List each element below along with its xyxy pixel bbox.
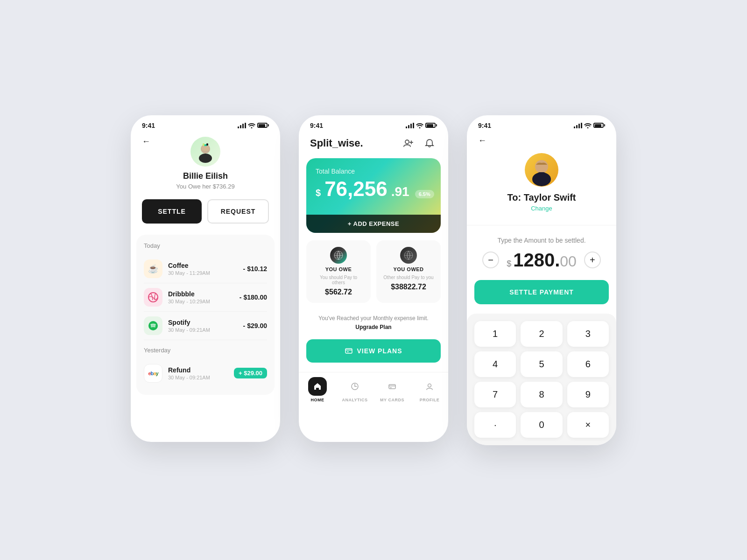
balance-badge: 6.5% xyxy=(415,190,434,198)
numpad-dot[interactable]: · xyxy=(474,412,516,438)
plans-icon xyxy=(345,347,353,355)
amount-input-row: − $ 1280.00 + xyxy=(467,250,616,280)
transaction-refund[interactable]: ebay Refund 30 May - 09:21AM + $29.00 xyxy=(144,359,267,387)
back-button-3[interactable]: ← xyxy=(478,136,486,146)
tx-coffee-name: Coffee xyxy=(168,262,243,269)
avatar-billie xyxy=(190,137,220,167)
svg-point-7 xyxy=(148,321,158,330)
you-owed-card: YOU OWED Other should Pay to you $38822.… xyxy=(376,240,441,303)
phones-container: 9:41 ← xyxy=(131,87,616,473)
phone2: 9:41 Split_wise. xyxy=(299,115,448,442)
divider-1 xyxy=(467,225,616,225)
svg-rect-14 xyxy=(389,385,395,389)
amount-prompt: Type the Amount to be settled. xyxy=(467,229,616,250)
tx-refund-date: 30 May - 09:21AM xyxy=(168,375,234,380)
numpad-9[interactable]: 9 xyxy=(567,382,609,407)
transactions-section: Today ☕ Coffee 30 May - 11:29AM - $10.12 xyxy=(136,235,275,395)
header-action-icons xyxy=(401,136,437,151)
numpad-delete[interactable]: × xyxy=(567,412,609,438)
increment-button[interactable]: + xyxy=(584,252,601,268)
you-owed-amount: $38822.72 xyxy=(391,283,426,291)
balance-amount-row: $ 76,256 .91 6.5% xyxy=(316,179,431,199)
person-name: Billie Eilish xyxy=(183,171,228,181)
phone1-header: ← Billie Eilish You Owe her $736.29 xyxy=(131,132,280,199)
svg-rect-5 xyxy=(206,143,208,146)
nav-profile[interactable]: PROFILE xyxy=(411,377,448,402)
home-icon xyxy=(308,377,327,396)
nav-analytics[interactable]: ANALYTICS xyxy=(336,377,374,402)
app-title: Split_wise. xyxy=(310,137,363,149)
settle-button[interactable]: SETTLE xyxy=(142,199,202,224)
nav-home-label: HOME xyxy=(311,398,324,402)
add-person-icon[interactable] xyxy=(401,136,416,151)
svg-rect-12 xyxy=(347,351,349,352)
tx-dribbble-amount: - $180.00 xyxy=(240,294,267,301)
signal-icon-3 xyxy=(574,123,582,128)
upgrade-plan-link[interactable]: Upgrade Plan xyxy=(355,324,391,330)
balance-cents: .91 xyxy=(391,184,409,199)
transaction-coffee[interactable]: ☕ Coffee 30 May - 11:29AM - $10.12 xyxy=(144,255,267,283)
balance-dollar: $ xyxy=(316,188,321,198)
balance-card: Total Balance $ 76,256 .91 6.5% + ADD EX… xyxy=(306,158,441,233)
decrement-button[interactable]: − xyxy=(482,252,499,268)
you-owe-title: YOU OWE xyxy=(325,266,352,272)
amount-value: 1280.00 xyxy=(513,250,577,271)
nav-cards-label: MY CARDS xyxy=(380,398,404,402)
battery-icon-3 xyxy=(593,123,605,128)
transaction-spotify[interactable]: Spotify 30 May - 09:21AM - $29.00 xyxy=(144,312,267,340)
back-button-1[interactable]: ← xyxy=(142,137,150,147)
tx-spotify-details: Spotify 30 May - 09:21AM xyxy=(168,319,243,333)
you-owe-amount: $562.72 xyxy=(325,288,352,296)
numpad-6[interactable]: 6 xyxy=(567,351,609,377)
change-link[interactable]: Change xyxy=(531,205,552,212)
recipient-section: To: Taylor Swift Change xyxy=(467,153,616,221)
status-time-3: 9:41 xyxy=(478,122,491,129)
spotify-icon xyxy=(144,316,162,335)
numpad-4[interactable]: 4 xyxy=(474,351,516,377)
ebay-icon: ebay xyxy=(144,364,162,383)
tx-refund-name: Refund xyxy=(168,366,234,374)
you-owed-title: YOU OWED xyxy=(393,266,423,272)
tx-dribbble-details: Dribbble 30 May - 10:29AM xyxy=(168,290,240,304)
taylor-avatar xyxy=(525,153,558,187)
svg-point-16 xyxy=(428,384,431,387)
bottom-nav: HOME ANALYTICS xyxy=(299,372,448,410)
tx-dribbble-date: 30 May - 10:29AM xyxy=(168,299,240,304)
numpad-7[interactable]: 7 xyxy=(474,382,516,407)
transaction-dribbble[interactable]: Dribbble 30 May - 10:29AM - $180.00 xyxy=(144,283,267,312)
nav-cards[interactable]: MY CARDS xyxy=(374,377,411,402)
tx-spotify-name: Spotify xyxy=(168,319,243,326)
status-icons-2 xyxy=(406,123,437,128)
tx-dribbble-name: Dribbble xyxy=(168,290,240,298)
view-plans-button[interactable]: VIEW PLANS xyxy=(306,339,441,363)
signal-icon xyxy=(238,123,246,128)
battery-icon-2 xyxy=(425,123,437,128)
you-owe-card: YOU OWE You should Pay to others $562.72 xyxy=(306,240,371,303)
numpad-1[interactable]: 1 xyxy=(474,321,516,347)
nav-home[interactable]: HOME xyxy=(299,377,336,402)
add-expense-button[interactable]: + ADD EXPENSE xyxy=(306,215,441,233)
notification-icon[interactable] xyxy=(422,136,437,151)
numpad-5[interactable]: 5 xyxy=(521,351,562,377)
settle-payment-button[interactable]: SETTLE PAYMENT xyxy=(474,280,609,304)
wifi-icon xyxy=(248,123,255,128)
numpad-2[interactable]: 2 xyxy=(521,321,562,347)
amount-display: $ 1280.00 xyxy=(507,250,577,271)
tx-spotify-date: 30 May - 09:21AM xyxy=(168,327,243,333)
numpad-0[interactable]: 0 xyxy=(521,412,562,438)
battery-icon xyxy=(257,123,269,128)
svg-rect-11 xyxy=(345,349,352,353)
status-bar-2: 9:41 xyxy=(299,115,448,132)
numpad-3[interactable]: 3 xyxy=(567,321,609,347)
status-bar-3: 9:41 xyxy=(467,115,616,132)
status-time-2: 9:41 xyxy=(310,122,323,129)
billie-avatar-image xyxy=(194,140,217,163)
svg-point-19 xyxy=(536,161,547,170)
numpad-8[interactable]: 8 xyxy=(521,382,562,407)
phone2-app-header: Split_wise. xyxy=(299,132,448,158)
you-owe-subtitle: You should Pay to others xyxy=(313,275,364,285)
taylor-avatar-image xyxy=(528,154,556,186)
dollar-sign: $ xyxy=(507,259,511,269)
request-button[interactable]: REQUEST xyxy=(207,199,269,224)
recipient-name: To: Taylor Swift xyxy=(507,192,576,203)
